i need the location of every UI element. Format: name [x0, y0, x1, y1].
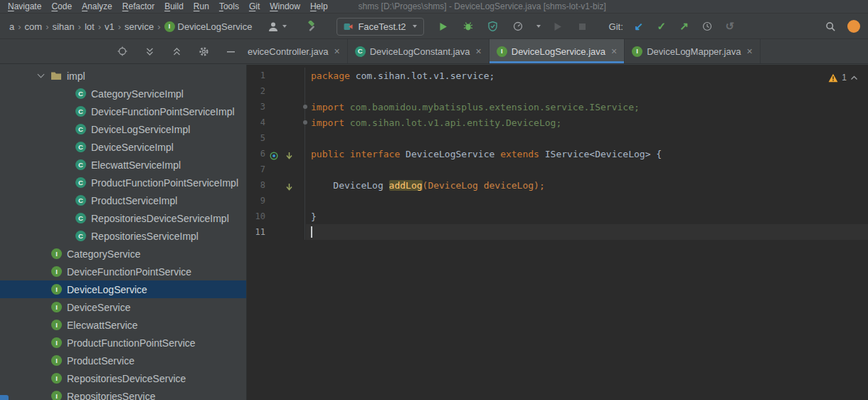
- update-project-icon[interactable]: ↙: [631, 19, 647, 34]
- run-config-icon: [344, 22, 353, 31]
- menu-item-window[interactable]: Window: [265, 1, 305, 11]
- tree-item-repositoriesserviceimpl[interactable]: CRepositoriesServiceImpl: [0, 227, 246, 245]
- profiler-button[interactable]: [510, 19, 526, 34]
- fold-marker[interactable]: [303, 105, 307, 109]
- tab-devicelogmapper-java[interactable]: IDeviceLogMapper.java×: [625, 39, 760, 63]
- close-icon[interactable]: ×: [334, 46, 339, 56]
- push-icon[interactable]: ↗: [677, 19, 692, 34]
- tree-item-elecwattserviceimpl[interactable]: CElecwattServiceImpl: [0, 156, 246, 174]
- class-icon: C: [75, 231, 86, 241]
- breadcrumb-item-lot[interactable]: lot: [83, 21, 97, 32]
- code-area[interactable]: 1package com.sihan.lot.v1.service;23impo…: [247, 68, 868, 240]
- tree-item-devicelogserviceimpl[interactable]: CDeviceLogServiceImpl: [0, 120, 246, 138]
- tab-evicecontroller-java[interactable]: eviceController.java×: [246, 39, 348, 63]
- code-text: package com.sihan.lot.v1.service;: [305, 70, 494, 81]
- class-icon: C: [75, 124, 86, 135]
- chevron-up-icon[interactable]: [850, 75, 858, 80]
- chevron-down-icon[interactable]: [38, 71, 45, 78]
- menu-item-tools[interactable]: Tools: [214, 1, 244, 11]
- chevron-down-icon: [282, 25, 287, 28]
- code-line-8[interactable]: 8 DeviceLog addLog(DeviceLog deviceLog);: [247, 177, 868, 193]
- interface-icon: I: [497, 46, 507, 57]
- line-number: 11: [247, 227, 265, 237]
- hide-panel-icon[interactable]: [225, 46, 236, 57]
- tree-item-repositoriesdeviceserviceimpl[interactable]: CRepositoriesDeviceServiceImpl: [0, 209, 246, 227]
- breadcrumb-item-service[interactable]: service: [122, 21, 156, 32]
- menu-item-refactor[interactable]: Refactor: [117, 1, 159, 11]
- run-config-selector[interactable]: FaceTest.t2: [337, 18, 423, 36]
- line-number: 3: [247, 102, 265, 112]
- rollback-icon[interactable]: ↺: [722, 19, 738, 34]
- tree-item-categoryserviceimpl[interactable]: CCategoryServiceImpl: [0, 85, 246, 102]
- fold-marker[interactable]: [303, 120, 307, 125]
- avatar[interactable]: [847, 20, 860, 33]
- tree-item-label: DeviceLogServiceImpl: [91, 124, 190, 135]
- gutter: [265, 146, 305, 162]
- locate-file-icon[interactable]: [117, 46, 128, 57]
- menu-item-build[interactable]: Build: [159, 1, 189, 11]
- menu-item-analyze[interactable]: Analyze: [77, 1, 117, 11]
- close-icon[interactable]: ×: [611, 46, 617, 56]
- identifier-highlight[interactable]: addLog: [389, 180, 423, 191]
- run-button[interactable]: [435, 19, 451, 34]
- users-widget[interactable]: [265, 19, 287, 34]
- debug-button[interactable]: [460, 19, 476, 34]
- tree-item-productservice[interactable]: IProductService: [0, 352, 246, 369]
- breadcrumb-item-a[interactable]: a: [7, 21, 16, 32]
- tab-label: eviceController.java: [248, 46, 328, 57]
- users-icon: [265, 19, 281, 34]
- breadcrumb-item-com[interactable]: com: [23, 21, 45, 32]
- menu-item-code[interactable]: Code: [46, 1, 77, 11]
- settings-icon[interactable]: [198, 46, 209, 57]
- tree-item-impl[interactable]: impl: [0, 67, 246, 85]
- code-line-3[interactable]: 3import com.baomidou.mybatisplus.extensi…: [247, 99, 868, 115]
- breadcrumb-item-devicelogservice[interactable]: IDeviceLogService: [162, 21, 255, 32]
- tree-item-devicefunctionpointservice[interactable]: IDeviceFunctionPointService: [0, 263, 246, 280]
- main-content: implCCategoryServiceImplCDeviceFunctionP…: [0, 65, 868, 400]
- tree-item-devicefunctionpointserviceimpl[interactable]: CDeviceFunctionPointServiceImpl: [0, 102, 246, 120]
- class-icon: C: [75, 213, 86, 223]
- code-line-4[interactable]: 4import com.sihan.lot.v1.api.entity.Devi…: [247, 115, 868, 130]
- editor-tabs: eviceController.java×CDeviceLogConstant.…: [246, 39, 868, 63]
- code-line-1[interactable]: 1package com.sihan.lot.v1.service;: [247, 68, 868, 83]
- close-icon[interactable]: ×: [746, 46, 752, 56]
- expand-all-icon[interactable]: [144, 46, 155, 57]
- tree-item-repositoriesservice[interactable]: IRepositoriesService: [0, 387, 246, 400]
- build-hammer-icon[interactable]: [304, 19, 319, 34]
- tree-item-deviceserviceimpl[interactable]: CDeviceServiceImpl: [0, 138, 246, 156]
- breadcrumb-item-sihan[interactable]: sihan: [50, 21, 76, 32]
- code-line-6[interactable]: 6public interface DeviceLogService exten…: [247, 146, 868, 162]
- code-line-10[interactable]: 10}: [247, 209, 868, 224]
- close-icon[interactable]: ×: [476, 46, 482, 56]
- git-label: Git:: [609, 21, 623, 32]
- coverage-button[interactable]: [485, 19, 501, 34]
- breadcrumb-separator: ›: [44, 21, 50, 32]
- tree-item-productfunctionpointserviceimpl[interactable]: CProductFunctionPointServiceImpl: [0, 174, 246, 191]
- tree-item-categoryservice[interactable]: ICategoryService: [0, 245, 246, 263]
- code-line-11[interactable]: 11: [247, 224, 868, 240]
- tree-item-productfunctionpointservice[interactable]: IProductFunctionPointService: [0, 334, 246, 352]
- menu-item-run[interactable]: Run: [189, 1, 214, 11]
- history-icon[interactable]: [699, 19, 715, 34]
- tree-item-elecwattservice[interactable]: IElecwattService: [0, 316, 246, 334]
- breadcrumb-item-v1[interactable]: v1: [102, 21, 117, 32]
- inspections-widget[interactable]: 1: [828, 73, 858, 83]
- code-line-2[interactable]: 2: [247, 83, 868, 99]
- search-icon[interactable]: [822, 19, 838, 34]
- tree-item-productserviceimpl[interactable]: CProductServiceImpl: [0, 191, 246, 209]
- code-line-9[interactable]: 9: [247, 193, 868, 209]
- menu-item-help[interactable]: Help: [305, 1, 333, 11]
- tree-item-deviceservice[interactable]: IDeviceService: [0, 298, 246, 316]
- code-line-7[interactable]: 7: [247, 162, 868, 177]
- code-line-5[interactable]: 5: [247, 130, 868, 146]
- collapse-all-icon[interactable]: [171, 46, 182, 57]
- gutter: [265, 115, 305, 130]
- tab-devicelogservice-java[interactable]: IDeviceLogService.java×: [489, 39, 625, 63]
- tree-item-repositoriesdeviceservice[interactable]: IRepositoriesDeviceService: [0, 369, 246, 387]
- menu-item-git[interactable]: Git: [244, 1, 265, 11]
- tool-window-stripe-badge[interactable]: [0, 395, 9, 400]
- tab-devicelogconstant-java[interactable]: CDeviceLogConstant.java×: [348, 39, 489, 63]
- tree-item-devicelogservice[interactable]: IDeviceLogService: [0, 280, 246, 298]
- menu-item-navigate[interactable]: Navigate: [3, 1, 46, 11]
- commit-icon[interactable]: ✓: [654, 19, 669, 34]
